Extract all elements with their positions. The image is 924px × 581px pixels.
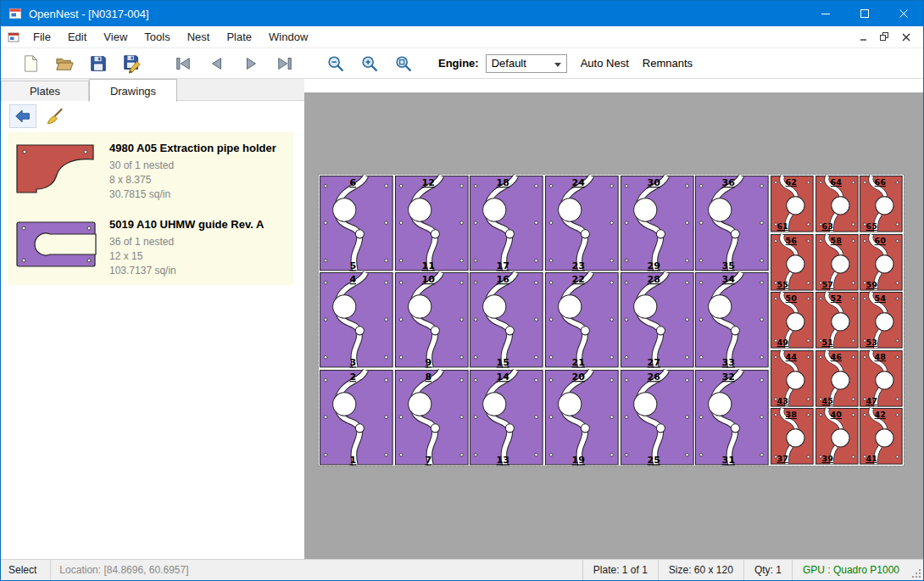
- nest-part-pair[interactable]: 52 51: [815, 291, 860, 349]
- nest-part-pair[interactable]: 12 11: [394, 175, 470, 271]
- svg-text:16: 16: [497, 274, 510, 285]
- plate[interactable]: 6 5 12 11 18 17: [319, 175, 904, 466]
- nest-part-pair[interactable]: 6 5: [319, 175, 394, 271]
- resize-grip[interactable]: [910, 560, 923, 580]
- nest-canvas[interactable]: 6 5 12 11 18 17: [304, 92, 923, 559]
- nest-part-pair[interactable]: 46 45: [815, 349, 860, 408]
- nest-part-pair[interactable]: 4 3: [319, 271, 394, 368]
- nest-part-pair[interactable]: 34 33: [694, 271, 770, 368]
- nest-part-pair[interactable]: 36 35: [694, 175, 770, 271]
- zoom-in-button[interactable]: [359, 53, 381, 75]
- svg-text:49: 49: [776, 338, 788, 347]
- nest-part-pair[interactable]: 50 49: [770, 291, 815, 349]
- nest-part-pair[interactable]: 18 17: [469, 175, 544, 271]
- nest-part-pair[interactable]: 64 63: [815, 175, 860, 233]
- drawing-item-uhmw-guide[interactable]: 5019 A10 UHMW guide Rev. A 36 of 1 neste…: [8, 209, 293, 285]
- svg-text:24: 24: [572, 177, 586, 188]
- zoom-fit-icon: [394, 54, 413, 73]
- go-previous-icon: [208, 55, 226, 72]
- svg-text:41: 41: [866, 454, 878, 463]
- svg-text:37: 37: [776, 454, 788, 463]
- svg-text:11: 11: [421, 260, 434, 271]
- nest-part-pair[interactable]: 2 1: [319, 369, 394, 466]
- svg-text:58: 58: [830, 236, 842, 245]
- tab-plates[interactable]: Plates: [1, 81, 89, 101]
- nest-part-pair[interactable]: 54 53: [859, 291, 904, 349]
- go-last-button[interactable]: [274, 53, 296, 75]
- svg-text:56: 56: [786, 236, 798, 245]
- maximize-button[interactable]: [845, 1, 884, 26]
- svg-text:19: 19: [572, 455, 586, 466]
- go-previous-button[interactable]: [206, 53, 228, 75]
- nest-part-pair[interactable]: 40 39: [815, 407, 860, 466]
- nest-part-pair[interactable]: 48 47: [859, 349, 904, 408]
- svg-text:62: 62: [786, 177, 797, 187]
- assign-to-plate-button[interactable]: [9, 104, 36, 128]
- nest-part-pair[interactable]: 28 27: [620, 271, 695, 368]
- open-button[interactable]: [53, 53, 75, 75]
- mdi-close-button[interactable]: [895, 29, 916, 46]
- engine-select[interactable]: Default: [486, 54, 567, 73]
- mdi-window-controls: [853, 29, 923, 46]
- menu-plate[interactable]: Plate: [218, 26, 260, 47]
- go-first-button[interactable]: [172, 53, 194, 75]
- svg-text:6: 6: [349, 177, 356, 188]
- close-button[interactable]: [884, 1, 923, 26]
- minimize-button[interactable]: [806, 1, 845, 26]
- tab-drawings[interactable]: Drawings: [89, 79, 177, 102]
- save-as-button[interactable]: [121, 53, 143, 75]
- menu-tools[interactable]: Tools: [136, 26, 178, 47]
- svg-text:66: 66: [875, 177, 887, 187]
- status-gpu: GPU : Quadro P1000: [792, 560, 910, 580]
- drawing-list: 4980 A05 Extraction pipe holder 30 of 1 …: [1, 131, 304, 559]
- remnants-button[interactable]: Remnants: [643, 57, 693, 70]
- save-as-icon: [122, 53, 142, 74]
- nest-part-pair[interactable]: 58 57: [815, 233, 860, 292]
- drawing-item-extraction-pipe-holder[interactable]: 4980 A05 Extraction pipe holder 30 of 1 …: [8, 132, 293, 209]
- nest-part-pair[interactable]: 42 41: [859, 407, 904, 466]
- svg-text:18: 18: [497, 177, 510, 188]
- svg-text:36: 36: [722, 177, 736, 188]
- status-bar: Select Location: [84.8696, 60.6957] Plat…: [1, 559, 923, 580]
- nest-part-pair[interactable]: 20 19: [544, 369, 620, 466]
- menu-file[interactable]: File: [25, 26, 59, 47]
- menu-edit[interactable]: Edit: [59, 26, 95, 47]
- menu-window[interactable]: Window: [260, 26, 316, 47]
- auto-nest-button[interactable]: Auto Nest: [581, 57, 629, 70]
- zoom-fit-button[interactable]: [392, 53, 415, 75]
- nest-part-pair[interactable]: 10 9: [394, 271, 470, 368]
- nest-part-pair[interactable]: 24 23: [544, 175, 620, 271]
- svg-text:59: 59: [866, 280, 878, 289]
- nest-part-pair[interactable]: 60 59: [859, 233, 904, 292]
- nest-part-pair[interactable]: 62 61: [770, 175, 815, 233]
- nest-part-pair[interactable]: 30 29: [620, 175, 695, 271]
- clear-button[interactable]: [42, 104, 69, 128]
- broom-icon: [46, 107, 64, 126]
- save-icon: [89, 54, 108, 73]
- nest-part-pair[interactable]: 16 15: [469, 271, 544, 368]
- svg-text:15: 15: [497, 358, 509, 369]
- nest-part-pair[interactable]: 14 13: [469, 369, 544, 466]
- svg-text:45: 45: [821, 396, 833, 405]
- nest-part-pair[interactable]: 32 31: [694, 369, 770, 466]
- go-next-button[interactable]: [240, 53, 262, 75]
- new-button[interactable]: [19, 53, 42, 75]
- nest-part-pair[interactable]: 8 7: [394, 369, 470, 466]
- svg-text:32: 32: [722, 372, 735, 383]
- purple-parts-region: 6 5 12 11 18 17: [319, 175, 770, 466]
- document-icon: [8, 31, 19, 43]
- mdi-restore-button[interactable]: [874, 29, 895, 46]
- menu-nest[interactable]: Nest: [179, 26, 219, 47]
- zoom-out-button[interactable]: [325, 53, 347, 75]
- save-button[interactable]: [87, 53, 109, 75]
- nest-part-pair[interactable]: 22 21: [544, 271, 620, 368]
- nest-part-pair[interactable]: 56 55: [770, 233, 815, 292]
- svg-text:30: 30: [647, 177, 660, 188]
- nest-part-pair[interactable]: 66 65: [859, 175, 904, 233]
- nest-part-pair[interactable]: 26 25: [620, 369, 695, 466]
- mdi-minimize-button[interactable]: [853, 29, 874, 46]
- menu-view[interactable]: View: [95, 26, 136, 47]
- nest-part-pair[interactable]: 44 43: [770, 349, 815, 408]
- purple-part-shape-icon: [14, 219, 99, 270]
- nest-part-pair[interactable]: 38 37: [770, 407, 815, 466]
